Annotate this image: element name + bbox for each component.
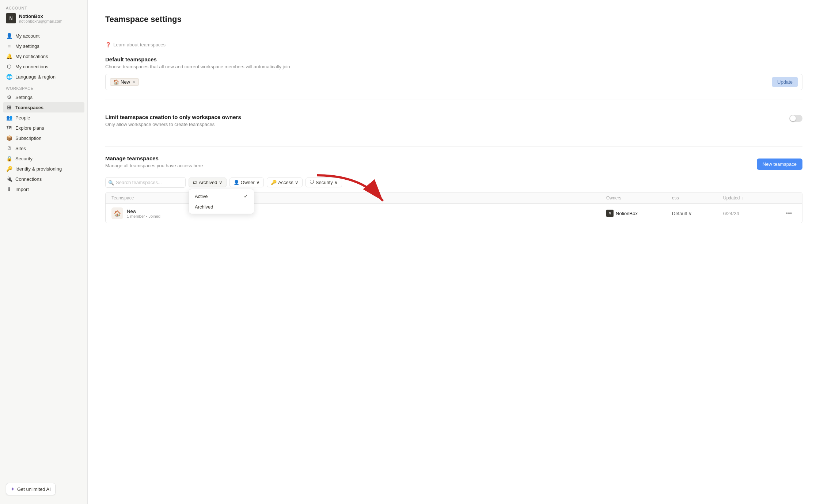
updated-cell: 6/24/24 xyxy=(723,211,782,216)
my-connections-icon: ⬡ xyxy=(6,63,12,70)
archived-dropdown-menu: Active ✓ Archived xyxy=(189,189,254,214)
archived-filter-button[interactable]: 🗂 Archived ∨ xyxy=(189,177,227,187)
access-filter-button[interactable]: 🔑 Access ∨ xyxy=(267,177,303,187)
default-section-desc: Choose teamspaces that all new and curre… xyxy=(105,64,802,69)
sidebar: Account N NotionBox notionboxru@gmail.co… xyxy=(0,0,88,504)
dropdown-archived-label: Archived xyxy=(195,204,213,210)
limit-title: Limit teamspace creation to only workspa… xyxy=(105,114,241,120)
sidebar-item-label: Sites xyxy=(15,146,26,151)
my-notifications-icon: 🔔 xyxy=(6,53,12,60)
teamspace-row-meta: 1 member • Joined xyxy=(127,214,160,218)
teamspace-tag: 🏠 New ✕ xyxy=(110,78,139,86)
get-ai-label: Get unlimited AI xyxy=(17,486,51,492)
settings-icon: ⚙ xyxy=(6,94,12,100)
teamspace-cell: 🏠 New 1 member • Joined xyxy=(111,207,606,219)
account-nav: 👤My account≡My settings🔔My notifications… xyxy=(3,31,84,82)
question-icon: ❓ xyxy=(105,42,111,47)
sidebar-item-my-account[interactable]: 👤My account xyxy=(3,31,84,41)
owner-cell: N NotionBox xyxy=(606,210,672,217)
language-region-icon: 🌐 xyxy=(6,73,12,80)
sidebar-item-language-region[interactable]: 🌐Language & region xyxy=(3,72,84,82)
sidebar-item-identity-provisioning[interactable]: 🔑Identity & provisioning xyxy=(3,164,84,174)
key-icon: 🔑 xyxy=(271,180,277,185)
default-teamspace-row: 🏠 New ✕ Update xyxy=(105,74,802,90)
chevron-down-icon: ∨ xyxy=(688,211,692,216)
limit-toggle[interactable] xyxy=(789,115,802,122)
update-button[interactable]: Update xyxy=(772,77,798,87)
toggle-knob xyxy=(790,115,796,121)
tag-remove-button[interactable]: ✕ xyxy=(132,80,136,84)
security-filter-button[interactable]: 🛡 Security ∨ xyxy=(305,177,342,187)
sidebar-item-people[interactable]: 👥People xyxy=(3,112,84,123)
col-access: ess xyxy=(672,195,723,201)
sidebar-item-subscription[interactable]: 📦Subscription xyxy=(3,133,84,143)
col-owners: Owners xyxy=(606,195,672,201)
sidebar-item-label: My connections xyxy=(15,64,48,69)
security-filter-label: Security xyxy=(316,180,333,185)
my-settings-icon: ≡ xyxy=(6,43,12,49)
teamspace-tag-icon: 🏠 xyxy=(113,79,119,85)
sidebar-item-label: Settings xyxy=(15,95,33,100)
sidebar-item-my-settings[interactable]: ≡My settings xyxy=(3,41,84,51)
main-content: Teamspace settings ❓ Learn about teamspa… xyxy=(88,0,820,504)
manage-header: Manage teamspaces Manage all teamspaces … xyxy=(105,155,802,173)
sidebar-item-teamspaces[interactable]: ⊞Teamspaces xyxy=(3,102,84,112)
get-ai-button[interactable]: ✦ Get unlimited AI xyxy=(6,483,56,495)
archived-filter-label: Archived xyxy=(199,180,217,185)
chevron-down-icon-owner: ∨ xyxy=(256,180,260,185)
my-account-icon: 👤 xyxy=(6,33,12,39)
workspace-section-label: Workspace xyxy=(6,86,81,91)
subscription-icon: 📦 xyxy=(6,135,12,141)
filter-row: 🔍 🗂 Archived ∨ Active ✓ Archived xyxy=(105,177,802,188)
sidebar-item-label: Explore plans xyxy=(15,125,44,131)
dropdown-item-active[interactable]: Active ✓ xyxy=(190,191,253,202)
access-dropdown[interactable]: Default ∨ xyxy=(672,211,723,216)
limit-desc: Only allow workspace owners to create te… xyxy=(105,122,241,127)
manage-desc: Manage all teamspaces you have access he… xyxy=(105,163,203,168)
workspace-nav: ⚙Settings⊞Teamspaces👥People🗺Explore plan… xyxy=(3,92,84,194)
sidebar-item-label: My account xyxy=(15,33,39,39)
sidebar-item-my-connections[interactable]: ⬡My connections xyxy=(3,61,84,72)
access-filter-label: Access xyxy=(278,180,293,185)
user-name: NotionBox xyxy=(19,14,62,19)
chevron-down-icon-access: ∨ xyxy=(295,180,299,185)
default-section-title: Default teamspaces xyxy=(105,56,802,62)
sidebar-item-security[interactable]: 🔒Security xyxy=(3,153,84,164)
check-icon: ✓ xyxy=(244,193,248,199)
sidebar-item-label: Import xyxy=(15,187,29,192)
search-container: 🔍 xyxy=(105,177,186,188)
help-link[interactable]: ❓ Learn about teamspaces xyxy=(105,42,802,47)
sidebar-item-label: People xyxy=(15,115,30,121)
owner-filter-button[interactable]: 👤 Owner ∨ xyxy=(229,177,264,187)
sidebar-item-label: Language & region xyxy=(15,74,56,80)
person-icon: 👤 xyxy=(234,180,239,185)
security-icon: 🔒 xyxy=(6,155,12,162)
more-options-button[interactable]: ••• xyxy=(782,210,796,217)
shield-icon: 🛡 xyxy=(310,180,314,185)
sparkle-icon: ✦ xyxy=(11,486,15,492)
user-email: notionboxru@gmail.com xyxy=(19,19,62,23)
sidebar-item-sites[interactable]: 🖥Sites xyxy=(3,143,84,153)
avatar: N xyxy=(6,13,16,23)
identity-provisioning-icon: 🔑 xyxy=(6,165,12,172)
sidebar-item-settings[interactable]: ⚙Settings xyxy=(3,92,84,102)
sidebar-item-label: Connections xyxy=(15,176,42,182)
sidebar-item-label: Teamspaces xyxy=(15,105,43,110)
sites-icon: 🖥 xyxy=(6,145,12,152)
sidebar-item-label: Identity & provisioning xyxy=(15,166,62,172)
dropdown-item-archived[interactable]: Archived xyxy=(190,202,253,212)
chevron-down-icon: ∨ xyxy=(219,180,223,185)
sidebar-item-label: My notifications xyxy=(15,54,48,59)
owner-avatar: N xyxy=(606,210,614,217)
new-teamspace-button[interactable]: New teamspace xyxy=(757,159,802,170)
limit-row: Limit teamspace creation to only workspa… xyxy=(105,108,802,137)
chevron-down-icon-security: ∨ xyxy=(334,180,338,185)
search-input[interactable] xyxy=(105,177,186,188)
sidebar-bottom: ✦ Get unlimited AI xyxy=(3,480,84,498)
sidebar-item-connections[interactable]: 🔌Connections xyxy=(3,174,84,184)
archive-icon: 🗂 xyxy=(193,180,197,185)
sidebar-item-import[interactable]: ⬇Import xyxy=(3,184,84,194)
manage-title: Manage teamspaces xyxy=(105,155,203,161)
sidebar-item-my-notifications[interactable]: 🔔My notifications xyxy=(3,51,84,61)
sidebar-item-explore-plans[interactable]: 🗺Explore plans xyxy=(3,123,84,133)
